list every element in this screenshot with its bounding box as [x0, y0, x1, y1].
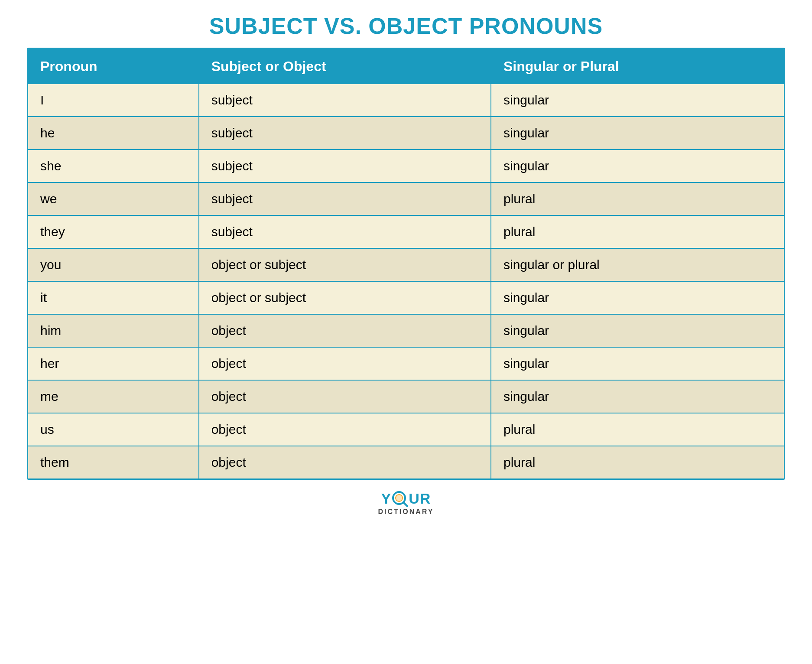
- table-row: themobjectplural: [28, 446, 784, 478]
- logo-ur: UR: [409, 490, 431, 507]
- table-wrapper: Pronoun Subject or Object Singular or Pl…: [27, 48, 785, 480]
- logo-dictionary-text: DICTIONARY: [378, 508, 434, 516]
- header-pronoun: Pronoun: [28, 49, 199, 84]
- table-row: theysubjectplural: [28, 215, 784, 248]
- svg-line-1: [403, 502, 407, 506]
- page-title: SUBJECT VS. OBJECT PRONOUNS: [209, 13, 603, 39]
- cell-subject-object: subject: [199, 182, 491, 215]
- table-row: usobjectplural: [28, 413, 784, 446]
- cell-pronoun: me: [28, 380, 199, 413]
- table-row: Isubjectsingular: [28, 84, 784, 117]
- cell-pronoun: I: [28, 84, 199, 117]
- header-singular-plural: Singular or Plural: [491, 49, 784, 84]
- pronouns-table: Pronoun Subject or Object Singular or Pl…: [28, 49, 784, 478]
- cell-subject-object: object or subject: [199, 248, 491, 281]
- cell-pronoun: he: [28, 117, 199, 150]
- table-row: shesubjectsingular: [28, 150, 784, 182]
- cell-singular-plural: singular: [491, 314, 784, 347]
- cell-pronoun: him: [28, 314, 199, 347]
- cell-pronoun: her: [28, 347, 199, 380]
- cell-subject-object: object: [199, 446, 491, 478]
- footer-logo: Y UR DICTIONARY: [378, 490, 434, 516]
- cell-singular-plural: singular: [491, 117, 784, 150]
- cell-subject-object: object: [199, 314, 491, 347]
- cell-pronoun: us: [28, 413, 199, 446]
- cell-singular-plural: singular: [491, 281, 784, 314]
- table-row: itobject or subjectsingular: [28, 281, 784, 314]
- cell-pronoun: she: [28, 150, 199, 182]
- logo-y: Y: [381, 490, 392, 507]
- cell-pronoun: you: [28, 248, 199, 281]
- cell-singular-plural: plural: [491, 446, 784, 478]
- cell-singular-plural: plural: [491, 215, 784, 248]
- cell-subject-object: object or subject: [199, 281, 491, 314]
- table-header-row: Pronoun Subject or Object Singular or Pl…: [28, 49, 784, 84]
- cell-pronoun: we: [28, 182, 199, 215]
- table-row: wesubjectplural: [28, 182, 784, 215]
- cell-subject-object: object: [199, 347, 491, 380]
- table-row: youobject or subjectsingular or plural: [28, 248, 784, 281]
- cell-singular-plural: plural: [491, 413, 784, 446]
- cell-subject-object: object: [199, 380, 491, 413]
- cell-pronoun: it: [28, 281, 199, 314]
- cell-subject-object: subject: [199, 215, 491, 248]
- cell-subject-object: subject: [199, 117, 491, 150]
- table-row: hesubjectsingular: [28, 117, 784, 150]
- logo-o-magnifier: [392, 491, 408, 507]
- cell-singular-plural: singular: [491, 84, 784, 117]
- cell-pronoun: them: [28, 446, 199, 478]
- table-row: himobjectsingular: [28, 314, 784, 347]
- cell-subject-object: object: [199, 413, 491, 446]
- cell-singular-plural: singular: [491, 347, 784, 380]
- cell-subject-object: subject: [199, 150, 491, 182]
- header-subject-object: Subject or Object: [199, 49, 491, 84]
- cell-singular-plural: singular: [491, 380, 784, 413]
- logo-your-dictionary: Y UR: [381, 490, 431, 507]
- cell-subject-object: subject: [199, 84, 491, 117]
- table-row: herobjectsingular: [28, 347, 784, 380]
- cell-pronoun: they: [28, 215, 199, 248]
- table-row: meobjectsingular: [28, 380, 784, 413]
- cell-singular-plural: plural: [491, 182, 784, 215]
- cell-singular-plural: singular or plural: [491, 248, 784, 281]
- cell-singular-plural: singular: [491, 150, 784, 182]
